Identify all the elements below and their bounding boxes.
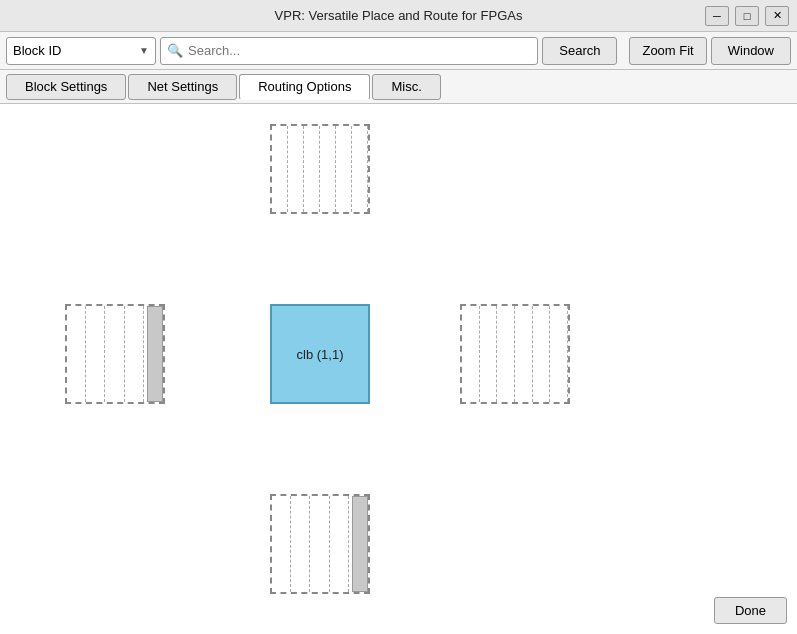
tab-net-settings[interactable]: Net Settings bbox=[128, 74, 237, 100]
vline bbox=[304, 126, 320, 212]
vline bbox=[272, 126, 288, 212]
vline bbox=[462, 306, 480, 402]
fpga-block-clb[interactable]: clb (1,1) bbox=[270, 304, 370, 404]
vline bbox=[288, 126, 304, 212]
toolbar: Block ID ▼ 🔍 Search Zoom Fit Window bbox=[0, 32, 797, 70]
search-box: 🔍 bbox=[160, 37, 538, 65]
vline bbox=[310, 496, 329, 592]
minimize-button[interactable]: ─ bbox=[705, 6, 729, 26]
fpga-block-top bbox=[270, 124, 370, 214]
block-solid-right bbox=[147, 306, 163, 402]
block-id-select[interactable]: Block ID ▼ bbox=[6, 37, 156, 65]
main-canvas: clb (1,1) Do bbox=[0, 104, 797, 634]
vline bbox=[86, 306, 105, 402]
done-btn-container: Done bbox=[714, 597, 787, 624]
vline bbox=[272, 496, 291, 592]
block-id-label: Block ID bbox=[13, 43, 139, 58]
vline bbox=[550, 306, 568, 402]
title-bar: VPR: Versatile Place and Route for FPGAs… bbox=[0, 0, 797, 32]
maximize-button[interactable]: □ bbox=[735, 6, 759, 26]
dropdown-arrow-icon: ▼ bbox=[139, 45, 149, 56]
vline bbox=[320, 126, 336, 212]
window-controls: ─ □ ✕ bbox=[705, 6, 789, 26]
zoom-fit-button[interactable]: Zoom Fit bbox=[629, 37, 706, 65]
vline bbox=[515, 306, 533, 402]
window-title: VPR: Versatile Place and Route for FPGAs bbox=[275, 8, 523, 23]
vline bbox=[291, 496, 310, 592]
vline bbox=[67, 306, 86, 402]
tab-misc[interactable]: Misc. bbox=[372, 74, 440, 100]
tab-bar: Block Settings Net Settings Routing Opti… bbox=[0, 70, 797, 104]
tab-routing-options[interactable]: Routing Options bbox=[239, 74, 370, 100]
clb-label: clb (1,1) bbox=[272, 306, 368, 402]
fpga-block-left bbox=[65, 304, 165, 404]
vline bbox=[497, 306, 515, 402]
vline bbox=[336, 126, 352, 212]
vline bbox=[480, 306, 498, 402]
vline bbox=[352, 126, 368, 212]
close-button[interactable]: ✕ bbox=[765, 6, 789, 26]
search-input[interactable] bbox=[188, 43, 531, 58]
block-solid-right-bottom bbox=[352, 496, 368, 592]
vline bbox=[533, 306, 551, 402]
vline bbox=[105, 306, 124, 402]
vline bbox=[125, 306, 144, 402]
window-button[interactable]: Window bbox=[711, 37, 791, 65]
search-icon: 🔍 bbox=[167, 43, 183, 58]
vline bbox=[330, 496, 349, 592]
fpga-block-bottom bbox=[270, 494, 370, 594]
tab-block-settings[interactable]: Block Settings bbox=[6, 74, 126, 100]
fpga-block-right bbox=[460, 304, 570, 404]
done-button[interactable]: Done bbox=[714, 597, 787, 624]
search-button[interactable]: Search bbox=[542, 37, 617, 65]
